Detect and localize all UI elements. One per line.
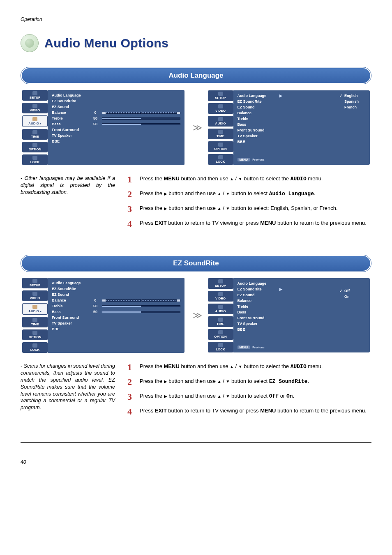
step-text: Press the ▶ button and then use ▲ / ▼ bu…: [140, 378, 309, 385]
osd-item[interactable]: EZ Sound: [52, 105, 180, 109]
osd-item-selected[interactable]: Audio Language▶: [238, 94, 335, 98]
step-text: Press the MENU button and then use ▲ / ▼…: [140, 175, 323, 183]
osd-item[interactable]: EZ Sound: [238, 105, 335, 109]
slider-treble[interactable]: [102, 117, 180, 120]
osd-tab-audio[interactable]: AUDIO: [22, 303, 48, 315]
osd-item[interactable]: EZ SoundRite: [52, 99, 180, 103]
osd-tab-option[interactable]: OPTION: [208, 141, 233, 152]
osd-item[interactable]: Balance: [238, 111, 335, 115]
osd-tab-video[interactable]: VIDEO: [22, 290, 48, 301]
osd-item[interactable]: Front Surround: [52, 315, 180, 320]
osd-item-bass[interactable]: Bass50: [52, 310, 180, 314]
osd-item[interactable]: Audio Language: [238, 281, 335, 286]
slider-bass[interactable]: [102, 311, 180, 313]
osd-row-ez-soundrite: SETUP VIDEO AUDIO TIME OPTION LOCK Audio…: [21, 278, 371, 353]
osd-tab-audio[interactable]: AUDIO: [208, 304, 233, 314]
osd-tab-time[interactable]: TIME: [22, 129, 48, 140]
osd-tab-lock[interactable]: LOCK: [22, 342, 48, 353]
osd-item[interactable]: BBE: [52, 139, 180, 143]
osd-tab-video[interactable]: VIDEO: [208, 103, 233, 114]
osd-tab-setup[interactable]: SETUP: [208, 90, 233, 101]
osd-tab-lock[interactable]: LOCK: [208, 154, 233, 165]
step-1: 1 Press the MENU button and then use ▲ /…: [127, 363, 371, 372]
osd-tab-setup[interactable]: SETUP: [22, 90, 48, 101]
osd-tab-time[interactable]: TIME: [22, 317, 48, 327]
chevron-right-icon: ▶: [279, 287, 282, 291]
osd-item-bass[interactable]: Bass50: [52, 122, 180, 126]
check-icon: ✓: [339, 289, 343, 293]
osd-tab-video[interactable]: VIDEO: [208, 291, 233, 302]
steps-list: 1 Press the MENU button and then use ▲ /…: [127, 175, 371, 234]
osd-tab-video[interactable]: VIDEO: [22, 103, 48, 113]
osd-tab-lock[interactable]: LOCK: [208, 342, 233, 352]
osd-item[interactable]: Front Surround: [238, 128, 335, 132]
osd-item[interactable]: EZ Sound: [238, 293, 335, 297]
osd-content-left: Audio Language EZ SoundRite EZ Sound Bal…: [48, 278, 184, 353]
right-icon: ▶: [164, 192, 167, 196]
slider-balance[interactable]: [102, 112, 180, 114]
osd-tab-lock[interactable]: LOCK: [22, 154, 48, 165]
menu-button[interactable]: MENU: [238, 345, 250, 349]
down-icon: ▼: [226, 380, 230, 384]
header-rule: [21, 24, 371, 24]
step-number: 3: [127, 392, 135, 401]
osd-item[interactable]: Bass: [238, 122, 335, 127]
down-icon: ▼: [238, 365, 242, 369]
osd-item[interactable]: Audio Language: [52, 93, 180, 97]
options-flyout: ✓English Spanish French: [339, 90, 370, 165]
step-number: 4: [127, 407, 135, 416]
osd-item-selected[interactable]: EZ SoundRite▶: [238, 287, 335, 291]
osd-item[interactable]: Front Surround: [52, 128, 180, 132]
osd-item[interactable]: TV Speaker: [238, 322, 335, 326]
osd-item[interactable]: Audio Language: [52, 281, 180, 285]
osd-item[interactable]: EZ Sound: [52, 292, 180, 297]
option-on[interactable]: On: [339, 295, 367, 299]
osd-item[interactable]: Front Surround: [238, 316, 335, 320]
gear-icon: [218, 330, 223, 334]
osd-item-balance[interactable]: Balance0: [52, 298, 180, 302]
clock-icon: [218, 130, 223, 134]
osd-tab-option[interactable]: OPTION: [22, 329, 48, 340]
osd-item[interactable]: Treble: [238, 117, 335, 121]
osd-tab-setup[interactable]: SETUP: [22, 278, 48, 288]
osd-item-treble[interactable]: Treble50: [52, 304, 180, 308]
osd-item[interactable]: BBE: [52, 327, 180, 331]
osd-item[interactable]: Balance: [238, 299, 335, 303]
osd-item[interactable]: TV Speaker: [52, 321, 180, 325]
step-3: 3 Press the ▶ button and then use ▲ / ▼ …: [127, 392, 371, 401]
osd-tab-setup[interactable]: SETUP: [208, 278, 233, 289]
option-english[interactable]: ✓English: [339, 94, 367, 98]
wrench-icon: [218, 279, 223, 283]
osd-content-left: Audio Language EZ SoundRite EZ Sound Bal…: [48, 90, 184, 165]
osd-item[interactable]: BBE: [238, 140, 335, 144]
osd-item[interactable]: EZ SoundRite: [238, 99, 335, 104]
slider-balance[interactable]: [102, 299, 180, 302]
osd-item[interactable]: BBE: [238, 327, 335, 332]
osd-tab-time[interactable]: TIME: [208, 129, 233, 139]
osd-tab-option[interactable]: OPTION: [22, 142, 48, 152]
option-off[interactable]: ✓Off: [339, 289, 367, 293]
title-row: Audio Menu Options: [21, 34, 371, 52]
steps-list: 1 Press the MENU button and then use ▲ /…: [127, 363, 371, 422]
osd-tab-time[interactable]: TIME: [208, 316, 233, 327]
section-banner-ez-soundrite: EZ SoundRite: [21, 255, 371, 272]
osd-item[interactable]: TV Speaker: [238, 134, 335, 138]
step-number: 3: [127, 205, 135, 214]
option-french[interactable]: French: [339, 105, 367, 109]
osd-item[interactable]: Treble: [238, 304, 335, 309]
osd-item-treble[interactable]: Treble50: [52, 116, 180, 120]
osd-item[interactable]: TV Speaker: [52, 134, 180, 138]
clock-icon: [218, 318, 223, 322]
menu-button[interactable]: MENU: [238, 158, 250, 161]
previous-label: Previous: [252, 346, 265, 349]
chevron-right-icon: ▶: [279, 94, 282, 98]
osd-item-balance[interactable]: Balance0: [52, 111, 180, 115]
osd-item[interactable]: Bass: [238, 310, 335, 314]
option-spanish[interactable]: Spanish: [339, 99, 367, 104]
osd-tab-option[interactable]: OPTION: [208, 329, 233, 340]
osd-tab-audio[interactable]: AUDIO: [22, 115, 48, 127]
osd-item[interactable]: EZ SoundRite: [52, 287, 180, 291]
slider-bass[interactable]: [102, 123, 180, 125]
osd-tab-audio[interactable]: AUDIO: [208, 116, 233, 127]
slider-treble[interactable]: [102, 305, 180, 307]
